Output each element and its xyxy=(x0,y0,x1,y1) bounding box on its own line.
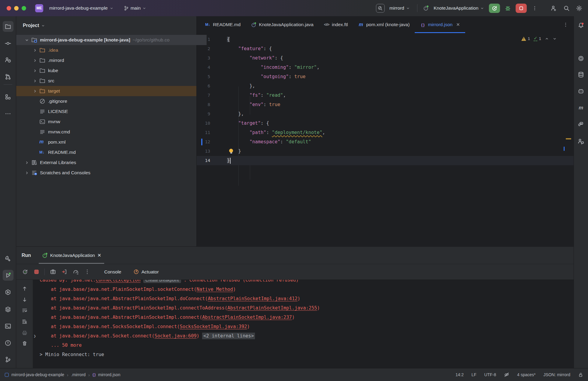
maven-tool-icon[interactable]: m xyxy=(576,102,586,113)
console-line-3[interactable]: at java.base/java.net.AbstractPlainSocke… xyxy=(40,303,574,313)
rerun-button[interactable] xyxy=(489,4,500,13)
fold-chevron-icon[interactable]: ❯ xyxy=(34,331,36,341)
caret-position[interactable]: 14:2 xyxy=(456,372,464,377)
zoom-window-button[interactable] xyxy=(22,6,26,11)
add-user-button[interactable] xyxy=(549,4,559,13)
chevron-right-icon[interactable] xyxy=(30,58,39,63)
settings-gear-icon[interactable] xyxy=(574,4,584,13)
line-number[interactable]: 3 xyxy=(197,53,210,63)
profiler-gauge-button[interactable] xyxy=(71,267,81,277)
clear-console-button[interactable] xyxy=(20,339,29,348)
chevron-right-icon[interactable] xyxy=(30,89,39,93)
terminal-tool-button[interactable] xyxy=(3,321,14,331)
stop-button[interactable] xyxy=(516,4,527,13)
stop-button[interactable] xyxy=(31,267,41,277)
tree-item-external-libraries[interactable]: External Libraries xyxy=(16,157,196,168)
version-control-tool-button[interactable] xyxy=(3,354,14,365)
console-output[interactable]: Caused by: java.net.ConnectException Cre… xyxy=(16,280,574,368)
ai-assistant-icon[interactable] xyxy=(576,53,586,64)
code-editor[interactable]: 1{2 "feature": {3 "network": {4 "incomin… xyxy=(197,33,574,246)
assistant-robot-icon[interactable] xyxy=(576,86,586,96)
previous-problem-button[interactable] xyxy=(545,37,549,41)
code-line-11[interactable]: 11 "path": "deployment/knote", xyxy=(197,128,574,137)
console-line-8[interactable]: > Minio Reconnect: true xyxy=(40,350,574,359)
line-number[interactable]: 11 xyxy=(197,128,210,137)
stack-trace-link[interactable]: Native Method xyxy=(197,287,233,292)
tree-item-mirrord-java-debug-example-knote-java-[interactable]: mirrord-java-debug-example [knote-java]~… xyxy=(16,35,207,45)
line-number[interactable]: 7 xyxy=(197,91,210,100)
code-line-7[interactable]: 7 "fs": "read", xyxy=(197,91,574,100)
more-actions-button[interactable] xyxy=(82,267,92,277)
code-line-9[interactable]: 9 }, xyxy=(197,109,574,119)
code-line-5[interactable]: 5 "outgoing": true xyxy=(197,72,574,81)
tab-knotejavaapplication.java[interactable]: KnoteJavaApplication.java xyxy=(246,16,319,33)
tab-mirrord.json[interactable]: { }mirrord.json✕ xyxy=(415,16,465,33)
chevron-right-icon[interactable] xyxy=(30,48,39,53)
project-widget[interactable]: mirrord-java-debug-example xyxy=(47,4,115,12)
tree-item-target[interactable]: target xyxy=(16,86,196,96)
chevron-right-icon[interactable] xyxy=(22,171,31,175)
tree-item-mvnw[interactable]: mvnw xyxy=(16,117,196,127)
services-tool-button[interactable] xyxy=(3,287,14,297)
debug-button[interactable] xyxy=(503,4,513,13)
database-tool-icon[interactable] xyxy=(576,69,586,80)
commit-tool-button[interactable] xyxy=(3,38,14,49)
down-stack-trace-button[interactable] xyxy=(20,295,29,304)
scrollbar-warning-mark[interactable] xyxy=(566,138,571,139)
line-number[interactable]: 5 xyxy=(197,72,210,81)
build-tool-button[interactable] xyxy=(3,253,14,264)
mirrord-icon[interactable] xyxy=(376,4,385,13)
line-number[interactable]: 4 xyxy=(197,63,210,72)
line-separator[interactable]: LF xyxy=(471,372,476,377)
console-line-4[interactable]: at java.base/java.net.AbstractPlainSocke… xyxy=(40,313,574,322)
line-number[interactable]: 13 xyxy=(197,147,210,156)
tab-index.ftl[interactable]: <#>index.ftl xyxy=(319,16,353,33)
run-config-selector[interactable]: KnoteJavaApplication xyxy=(432,4,486,12)
indent-setting[interactable]: 4 spaces* xyxy=(517,372,535,377)
file-encoding[interactable]: UTF-8 xyxy=(484,372,496,377)
create-breakpoint-inlay[interactable]: Create breakpoint xyxy=(143,280,181,283)
code-line-12[interactable]: 12 "namespace": "default" xyxy=(197,137,574,147)
tab-options-button[interactable] xyxy=(563,16,574,33)
mirrord-config-selector[interactable]: mirrord xyxy=(388,4,412,12)
folded-lines-badge[interactable]: <2 internal lines> xyxy=(202,333,255,339)
chevron-right-icon[interactable] xyxy=(30,69,39,73)
line-number[interactable]: 8 xyxy=(197,100,210,109)
code-with-me-icon[interactable] xyxy=(576,136,586,147)
console-line-7[interactable]: ... 50 more xyxy=(40,341,574,350)
breadcrumb-file[interactable]: mirrord.json xyxy=(98,372,120,377)
stack-trace-link[interactable]: ConnectException xyxy=(96,280,141,283)
more-actions-button[interactable] xyxy=(530,4,539,13)
rerun-button[interactable] xyxy=(20,267,30,277)
code-line-1[interactable]: 1{ xyxy=(197,35,574,44)
tree-item-src[interactable]: src xyxy=(16,76,196,86)
line-number[interactable]: 10 xyxy=(197,119,210,128)
tree-item-pom.xml[interactable]: mpom.xml xyxy=(16,137,196,147)
project-tool-button[interactable] xyxy=(3,21,14,32)
vcs-branch-widget[interactable]: main xyxy=(122,4,148,12)
project-panel-header[interactable]: Project xyxy=(16,16,196,35)
attach-debugger-button[interactable] xyxy=(59,267,69,277)
structure-tool-button[interactable] xyxy=(3,91,14,102)
tab-pom.xml-knote-java-[interactable]: mpom.xml (knote-java) xyxy=(353,16,415,33)
breadcrumbs[interactable]: mirrord-java-debug-example › .mirrord › … xyxy=(5,372,120,377)
console-text[interactable]: Caused by: java.net.ConnectException Cre… xyxy=(33,280,574,368)
python-packages-icon[interactable] xyxy=(576,119,586,130)
soft-wrap-button[interactable] xyxy=(20,306,29,315)
code-line-10[interactable]: 10 "target": { xyxy=(197,119,574,128)
tree-item-scratches-and-consoles[interactable]: Scratches and Consoles xyxy=(16,168,196,178)
stack-trace-link[interactable]: AbstractPlainSocketImpl.java:412 xyxy=(208,296,298,301)
line-number[interactable]: 9 xyxy=(197,109,210,119)
console-view-tab[interactable]: Console xyxy=(104,269,121,275)
scrollbar-caret-mark[interactable] xyxy=(564,147,565,151)
notifications-bell-icon[interactable] xyxy=(576,20,586,31)
stack-trace-link[interactable]: Socket.java:609 xyxy=(155,333,197,339)
line-number[interactable]: 6 xyxy=(197,81,210,91)
line-number[interactable]: 2 xyxy=(197,44,210,53)
code-line-13[interactable]: 13 } xyxy=(197,147,574,156)
code-line-4[interactable]: 4 "incoming": "mirror", xyxy=(197,63,574,72)
tree-item-kube[interactable]: kube xyxy=(16,66,196,76)
stack-trace-link[interactable]: SocksSocketImpl.java:392 xyxy=(180,324,247,329)
next-problem-button[interactable] xyxy=(553,37,557,41)
chevron-right-icon[interactable] xyxy=(30,79,39,83)
